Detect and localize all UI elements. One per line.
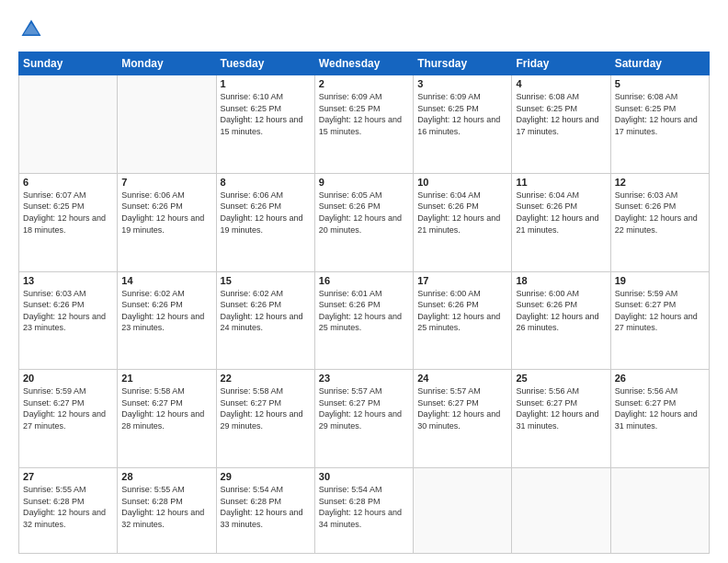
calendar-cell [512, 468, 610, 554]
weekday-header-monday: Monday [118, 52, 216, 75]
day-number: 30 [319, 471, 409, 482]
weekday-header-wednesday: Wednesday [314, 52, 413, 75]
day-info: Sunrise: 6:05 AM Sunset: 6:26 PM Dayligh… [319, 190, 409, 236]
calendar-cell: 27Sunrise: 5:55 AM Sunset: 6:28 PM Dayli… [19, 468, 118, 554]
calendar-cell: 14Sunrise: 6:02 AM Sunset: 6:26 PM Dayli… [118, 271, 216, 370]
day-info: Sunrise: 5:54 AM Sunset: 6:28 PM Dayligh… [319, 484, 409, 530]
day-info: Sunrise: 5:57 AM Sunset: 6:27 PM Dayligh… [417, 385, 507, 431]
calendar-cell: 5Sunrise: 6:08 AM Sunset: 6:25 PM Daylig… [610, 75, 709, 174]
day-info: Sunrise: 6:00 AM Sunset: 6:26 PM Dayligh… [417, 288, 507, 334]
day-info: Sunrise: 5:54 AM Sunset: 6:28 PM Dayligh… [221, 484, 311, 530]
calendar-cell: 8Sunrise: 6:06 AM Sunset: 6:26 PM Daylig… [216, 173, 314, 271]
day-number: 12 [615, 177, 705, 188]
day-number: 24 [417, 373, 507, 384]
day-info: Sunrise: 5:58 AM Sunset: 6:27 PM Dayligh… [221, 385, 311, 431]
day-info: Sunrise: 6:06 AM Sunset: 6:26 PM Dayligh… [121, 190, 211, 236]
day-number: 23 [319, 373, 409, 384]
day-number: 21 [121, 373, 211, 384]
day-number: 3 [417, 78, 507, 89]
calendar-cell: 1Sunrise: 6:10 AM Sunset: 6:25 PM Daylig… [216, 75, 314, 174]
day-info: Sunrise: 6:04 AM Sunset: 6:26 PM Dayligh… [516, 190, 606, 236]
calendar-cell: 7Sunrise: 6:06 AM Sunset: 6:26 PM Daylig… [118, 173, 216, 271]
week-row-2: 6Sunrise: 6:07 AM Sunset: 6:25 PM Daylig… [19, 173, 710, 271]
day-info: Sunrise: 5:55 AM Sunset: 6:28 PM Dayligh… [121, 484, 211, 530]
day-number: 13 [23, 275, 113, 286]
calendar-cell: 22Sunrise: 5:58 AM Sunset: 6:27 PM Dayli… [216, 370, 314, 468]
weekday-header-tuesday: Tuesday [216, 52, 314, 75]
weekday-header-saturday: Saturday [610, 52, 709, 75]
day-number: 8 [221, 177, 311, 188]
day-info: Sunrise: 5:58 AM Sunset: 6:27 PM Dayligh… [121, 385, 211, 431]
day-number: 15 [221, 275, 311, 286]
day-info: Sunrise: 5:59 AM Sunset: 6:27 PM Dayligh… [615, 288, 705, 334]
calendar-cell: 30Sunrise: 5:54 AM Sunset: 6:28 PM Dayli… [314, 468, 413, 554]
calendar-table: SundayMondayTuesdayWednesdayThursdayFrid… [18, 52, 710, 554]
day-info: Sunrise: 6:10 AM Sunset: 6:25 PM Dayligh… [221, 91, 311, 137]
week-row-3: 13Sunrise: 6:03 AM Sunset: 6:26 PM Dayli… [19, 271, 710, 370]
page: SundayMondayTuesdayWednesdayThursdayFrid… [0, 0, 728, 563]
calendar-cell: 6Sunrise: 6:07 AM Sunset: 6:25 PM Daylig… [19, 173, 118, 271]
day-number: 4 [516, 78, 606, 89]
calendar-cell: 15Sunrise: 6:02 AM Sunset: 6:26 PM Dayli… [216, 271, 314, 370]
day-info: Sunrise: 6:04 AM Sunset: 6:26 PM Dayligh… [417, 190, 507, 236]
day-number: 14 [121, 275, 211, 286]
day-info: Sunrise: 6:01 AM Sunset: 6:26 PM Dayligh… [319, 288, 409, 334]
day-info: Sunrise: 5:55 AM Sunset: 6:28 PM Dayligh… [23, 484, 113, 530]
calendar-cell [118, 75, 216, 174]
day-number: 29 [221, 471, 311, 482]
calendar-cell: 2Sunrise: 6:09 AM Sunset: 6:25 PM Daylig… [314, 75, 413, 174]
day-info: Sunrise: 5:56 AM Sunset: 6:27 PM Dayligh… [516, 385, 606, 431]
calendar-cell: 17Sunrise: 6:00 AM Sunset: 6:26 PM Dayli… [414, 271, 512, 370]
calendar-cell: 12Sunrise: 6:03 AM Sunset: 6:26 PM Dayli… [610, 173, 709, 271]
day-number: 19 [615, 275, 705, 286]
calendar-cell: 4Sunrise: 6:08 AM Sunset: 6:25 PM Daylig… [512, 75, 610, 174]
day-info: Sunrise: 6:03 AM Sunset: 6:26 PM Dayligh… [23, 288, 113, 334]
day-number: 5 [615, 78, 705, 89]
weekday-header-friday: Friday [512, 52, 610, 75]
day-info: Sunrise: 6:02 AM Sunset: 6:26 PM Dayligh… [221, 288, 311, 334]
day-number: 9 [319, 177, 409, 188]
week-row-4: 20Sunrise: 5:59 AM Sunset: 6:27 PM Dayli… [19, 370, 710, 468]
day-info: Sunrise: 5:56 AM Sunset: 6:27 PM Dayligh… [615, 385, 705, 431]
day-info: Sunrise: 6:08 AM Sunset: 6:25 PM Dayligh… [615, 91, 705, 137]
header [18, 17, 710, 42]
calendar-cell [414, 468, 512, 554]
calendar-cell: 25Sunrise: 5:56 AM Sunset: 6:27 PM Dayli… [512, 370, 610, 468]
day-number: 16 [319, 275, 409, 286]
day-number: 26 [615, 373, 705, 384]
calendar-cell: 10Sunrise: 6:04 AM Sunset: 6:26 PM Dayli… [414, 173, 512, 271]
week-row-1: 1Sunrise: 6:10 AM Sunset: 6:25 PM Daylig… [19, 75, 710, 174]
calendar-cell: 18Sunrise: 6:00 AM Sunset: 6:26 PM Dayli… [512, 271, 610, 370]
day-number: 20 [23, 373, 113, 384]
calendar-cell: 21Sunrise: 5:58 AM Sunset: 6:27 PM Dayli… [118, 370, 216, 468]
day-number: 7 [121, 177, 211, 188]
day-number: 25 [516, 373, 606, 384]
calendar-cell: 24Sunrise: 5:57 AM Sunset: 6:27 PM Dayli… [414, 370, 512, 468]
calendar-cell: 19Sunrise: 5:59 AM Sunset: 6:27 PM Dayli… [610, 271, 709, 370]
calendar-cell: 11Sunrise: 6:04 AM Sunset: 6:26 PM Dayli… [512, 173, 610, 271]
calendar-cell: 26Sunrise: 5:56 AM Sunset: 6:27 PM Dayli… [610, 370, 709, 468]
day-info: Sunrise: 6:08 AM Sunset: 6:25 PM Dayligh… [516, 91, 606, 137]
weekday-header-sunday: Sunday [19, 52, 118, 75]
day-number: 22 [221, 373, 311, 384]
day-number: 11 [516, 177, 606, 188]
day-number: 6 [23, 177, 113, 188]
week-row-5: 27Sunrise: 5:55 AM Sunset: 6:28 PM Dayli… [19, 468, 710, 554]
weekday-header-thursday: Thursday [414, 52, 512, 75]
calendar-cell: 16Sunrise: 6:01 AM Sunset: 6:26 PM Dayli… [314, 271, 413, 370]
calendar-cell: 3Sunrise: 6:09 AM Sunset: 6:25 PM Daylig… [414, 75, 512, 174]
day-info: Sunrise: 6:02 AM Sunset: 6:26 PM Dayligh… [121, 288, 211, 334]
calendar-cell [610, 468, 709, 554]
day-number: 10 [417, 177, 507, 188]
day-info: Sunrise: 6:06 AM Sunset: 6:26 PM Dayligh… [221, 190, 311, 236]
day-number: 18 [516, 275, 606, 286]
day-info: Sunrise: 6:03 AM Sunset: 6:26 PM Dayligh… [615, 190, 705, 236]
day-info: Sunrise: 6:07 AM Sunset: 6:25 PM Dayligh… [23, 190, 113, 236]
calendar-cell: 13Sunrise: 6:03 AM Sunset: 6:26 PM Dayli… [19, 271, 118, 370]
logo-icon [18, 17, 44, 42]
day-info: Sunrise: 6:09 AM Sunset: 6:25 PM Dayligh… [319, 91, 409, 137]
day-info: Sunrise: 5:59 AM Sunset: 6:27 PM Dayligh… [23, 385, 113, 431]
calendar-cell: 20Sunrise: 5:59 AM Sunset: 6:27 PM Dayli… [19, 370, 118, 468]
day-number: 2 [319, 78, 409, 89]
calendar-cell [19, 75, 118, 174]
